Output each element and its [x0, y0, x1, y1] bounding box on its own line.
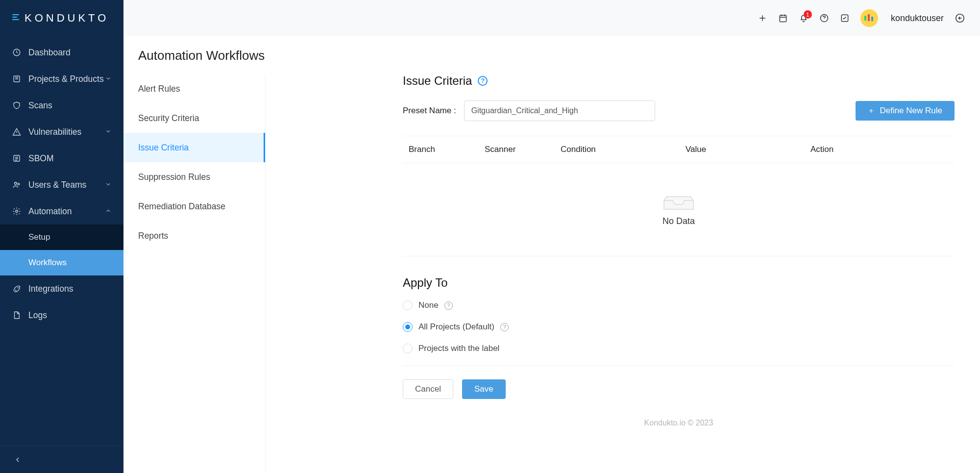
preset-name-label: Preset Name :	[403, 106, 456, 116]
page-title: Automation Workflows	[123, 36, 980, 74]
chevron-down-icon	[105, 127, 112, 137]
sidebar-nav: Dashboard Projects & Products Scans Vuln…	[0, 36, 123, 446]
sidebar-item-label: SBOM	[28, 153, 54, 164]
sidebar-item-label: Setup	[28, 232, 50, 242]
dashboard-icon	[12, 48, 22, 57]
sidebar-item-scans[interactable]: Scans	[0, 92, 123, 119]
table-empty-state: No Data	[403, 163, 955, 256]
chevron-left-icon	[14, 456, 22, 464]
main: 1 konduktouser Automation Workflows Aler…	[123, 0, 980, 473]
help-icon[interactable]: ?	[478, 76, 488, 86]
col-condition: Condition	[555, 145, 680, 154]
button-label: Define New Rule	[880, 106, 942, 116]
radio-icon	[403, 344, 413, 353]
col-value: Value	[680, 145, 805, 154]
issue-criteria-panel: Issue Criteria ? Preset Name : Define Ne…	[128, 74, 974, 473]
col-branch: Branch	[403, 145, 479, 154]
projects-icon	[12, 74, 22, 84]
add-button[interactable]	[758, 13, 767, 23]
content: Automation Workflows Alert Rules Securit…	[123, 36, 980, 473]
svg-point-4	[18, 183, 20, 185]
help-icon[interactable]: ?	[500, 323, 509, 331]
svg-rect-12	[871, 17, 873, 21]
svg-point-5	[16, 210, 18, 213]
button-label: Cancel	[415, 384, 441, 394]
preset-name-input[interactable]	[464, 100, 655, 121]
brand-text: KONDUKTO	[24, 12, 109, 25]
sidebar-item-label: Workflows	[28, 258, 67, 268]
sidebar-item-dashboard[interactable]: Dashboard	[0, 39, 123, 66]
radio-label: All Projects (Default)	[418, 322, 494, 332]
section-heading: Issue Criteria ?	[403, 74, 955, 88]
workspace: Alert Rules Security Criteria Issue Crit…	[123, 74, 980, 473]
help-icon[interactable]: ?	[444, 301, 453, 310]
sidebar-item-label: Scans	[28, 100, 52, 111]
apply-to-heading: Apply To	[403, 276, 448, 290]
topbar: 1 konduktouser	[123, 0, 980, 36]
avatar-icon	[860, 9, 878, 27]
chevron-down-icon	[105, 74, 112, 84]
document-icon	[12, 310, 22, 320]
notifications-button[interactable]: 1	[799, 13, 808, 23]
form-actions: Cancel Save	[403, 379, 955, 399]
empty-text: No Data	[662, 216, 695, 226]
empty-box-icon	[663, 188, 694, 210]
help-button[interactable]	[819, 13, 829, 23]
sidebar-item-label: Users & Teams	[28, 180, 86, 190]
brand-mark-icon	[12, 13, 22, 23]
gear-icon	[12, 206, 22, 216]
divider	[403, 365, 955, 366]
cancel-button[interactable]: Cancel	[403, 379, 453, 399]
tasks-button[interactable]	[840, 13, 850, 23]
svg-rect-10	[864, 16, 866, 21]
sidebar-subitem-workflows[interactable]: Workflows	[0, 250, 123, 275]
sidebar-item-label: Logs	[28, 310, 47, 321]
col-action: Action	[805, 145, 955, 154]
username-label[interactable]: konduktouser	[891, 13, 944, 24]
apply-to-section: Apply To None ? All Projects (Default) ?	[403, 276, 955, 353]
sidebar-collapse-button[interactable]	[0, 446, 123, 473]
brand-logo[interactable]: KONDUKTO	[0, 0, 123, 36]
rocket-icon	[12, 284, 22, 294]
apply-option-all-projects[interactable]: All Projects (Default) ?	[403, 322, 955, 332]
logout-button[interactable]	[955, 13, 965, 24]
svg-point-3	[15, 182, 17, 185]
svg-rect-6	[780, 15, 786, 22]
sidebar-item-label: Automation	[28, 206, 72, 217]
users-icon	[12, 180, 22, 190]
radio-label: Projects with the label	[418, 344, 499, 353]
chevron-up-icon	[105, 206, 112, 217]
chevron-down-icon	[105, 180, 112, 190]
save-button[interactable]: Save	[462, 379, 506, 399]
sidebar-item-projects[interactable]: Projects & Products	[0, 66, 123, 92]
sidebar-item-users[interactable]: Users & Teams	[0, 172, 123, 198]
sidebar-item-logs[interactable]: Logs	[0, 302, 123, 328]
apply-option-label[interactable]: Projects with the label	[403, 344, 955, 353]
warning-icon	[12, 127, 22, 137]
rules-table: Branch Scanner Condition Value Action No	[403, 136, 955, 256]
sidebar-subitem-setup[interactable]: Setup	[0, 224, 123, 250]
sidebar-item-label: Projects & Products	[28, 74, 104, 84]
sidebar-item-automation[interactable]: Automation	[0, 198, 123, 224]
sidebar-item-label: Integrations	[28, 284, 73, 294]
avatar[interactable]	[860, 9, 878, 27]
button-label: Save	[474, 384, 493, 394]
sidebar-item-label: Dashboard	[28, 48, 71, 58]
apply-option-none[interactable]: None ?	[403, 300, 955, 310]
shield-icon	[12, 100, 22, 110]
sidebar-submenu-automation: Setup Workflows	[0, 224, 123, 275]
sidebar-item-sbom[interactable]: SBOM	[0, 145, 123, 172]
sidebar-item-integrations[interactable]: Integrations	[0, 275, 123, 302]
footer-copyright: Kondukto.io © 2023	[403, 419, 955, 427]
sidebar: KONDUKTO Dashboard Projects & Products S…	[0, 0, 123, 473]
sidebar-item-vulnerabilities[interactable]: Vulnerabilities	[0, 119, 123, 145]
col-scanner: Scanner	[479, 145, 555, 154]
sidebar-item-label: Vulnerabilities	[28, 127, 81, 137]
plus-icon	[868, 107, 875, 114]
table-header: Branch Scanner Condition Value Action	[403, 136, 955, 163]
calendar-button[interactable]	[778, 13, 788, 23]
list-icon	[12, 153, 22, 163]
define-new-rule-button[interactable]: Define New Rule	[856, 101, 955, 121]
svg-rect-11	[868, 14, 870, 21]
radio-icon	[403, 322, 413, 332]
